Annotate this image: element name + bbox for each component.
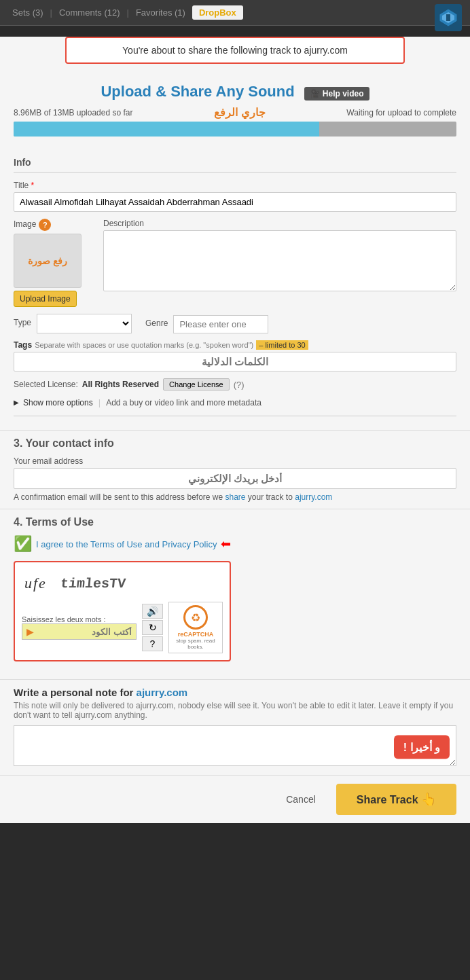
terms-row: ✅ I agree to the Terms of Use and Privac… [14, 535, 456, 553]
image-label: Image [14, 219, 36, 229]
note-textarea[interactable] [14, 725, 456, 766]
info-header: Info [14, 157, 456, 173]
alert-box: You're about to share the following trac… [65, 37, 405, 64]
captcha-word2: timlesTV [60, 576, 126, 592]
saisir-label: Saisissez les deux mots : [22, 615, 137, 623]
captcha-help-btn[interactable]: ? [142, 636, 163, 651]
image-col: Image ? رفع صورة Upload Image [14, 219, 95, 307]
note-header: Write a personal note for ajurry.com [14, 687, 456, 698]
terms-arrow-icon: ⬅ [221, 537, 231, 551]
title-row: Title * [14, 181, 456, 212]
help-video-btn[interactable]: 🎥 Help video [304, 87, 369, 101]
image-help-icon[interactable]: ? [39, 219, 51, 231]
progress-bar [14, 122, 456, 137]
share-track-button[interactable]: Share Track 👆 [336, 784, 456, 815]
main-content: You're about to share the following trac… [0, 37, 470, 823]
upload-title: Upload & Share Any Sound 🎥 Help video [14, 83, 456, 101]
captcha-input[interactable] [37, 627, 132, 637]
desc-col: Description [103, 219, 456, 307]
recaptcha-icon: ♻ [183, 605, 208, 630]
license-label: Selected License: [14, 380, 78, 389]
contact-header: 3. Your contact info [14, 437, 456, 450]
email-input[interactable] [14, 468, 456, 489]
tags-limit: – limited to 30 [256, 340, 308, 350]
show-more-row: ▶ Show more options | Add a buy or video… [14, 397, 456, 416]
captcha-input-area: ▶ [22, 623, 137, 640]
genre-label: Genre [145, 319, 168, 328]
cursor-icon: 👆 [421, 793, 436, 806]
license-value: All Rights Reserved [82, 380, 159, 389]
svg-rect-2 [446, 14, 450, 21]
nav-dropbox[interactable]: DropBox [192, 5, 243, 20]
show-more-desc: Add a buy or video link and more metadat… [106, 398, 261, 407]
recaptcha-subtext: stop spam. read books. [172, 638, 219, 650]
recaptcha-label: reCAPTCHA [178, 631, 214, 638]
tags-hint: Separate with spaces or use quotation ma… [35, 341, 253, 349]
upload-image-btn[interactable]: Upload Image [14, 291, 77, 307]
type-select[interactable] [37, 314, 132, 333]
captcha-input-section: Saisissez les deux mots : ▶ [22, 615, 137, 640]
logo [435, 4, 462, 31]
tags-row: Tags Separate with spaces or use quotati… [14, 340, 456, 371]
tags-label-row: Tags Separate with spaces or use quotati… [14, 340, 456, 350]
progress-bar-fill [14, 122, 319, 137]
arabic-uploading: جاري الرفع [214, 106, 265, 119]
captcha-refresh-btn[interactable]: ↻ [142, 620, 163, 635]
terms-text: I agree to the Terms of Use and Privacy … [36, 539, 217, 549]
type-label: Type [14, 318, 31, 327]
image-upload-area: رفع صورة [14, 234, 82, 288]
license-help-icon[interactable]: (?) [234, 380, 245, 390]
email-label: Your email address [14, 456, 456, 466]
image-label-row: Image ? [14, 219, 95, 231]
note-site-link[interactable]: ajurry.com [137, 687, 188, 698]
share-link[interactable]: share [225, 492, 245, 502]
note-section: Write a personal note for ajurry.com Thi… [0, 679, 470, 775]
contact-section: 3. Your contact info Your email address … [0, 430, 470, 509]
type-genre-row: Type Genre [14, 314, 456, 333]
arabic-finally: ! و أخيرا [394, 735, 450, 759]
checkmark-icon: ✅ [14, 535, 32, 553]
terms-section: 4. Terms of Use ✅ I agree to the Terms o… [0, 509, 470, 679]
confirmation-text: A confirmation email will be sent to thi… [14, 492, 456, 502]
genre-input[interactable] [173, 315, 268, 333]
cancel-button[interactable]: Cancel [272, 784, 329, 815]
required-star: * [31, 181, 35, 190]
type-col: Type [14, 314, 132, 333]
triangle-icon: ▶ [14, 399, 19, 406]
recaptcha-logo: ♻ reCAPTCHA stop spam. read books. [168, 602, 223, 653]
upload-section: Upload & Share Any Sound 🎥 Help video 8.… [0, 75, 470, 150]
license-row: Selected License: All Rights Reserved Ch… [14, 378, 456, 391]
terms-header: 4. Terms of Use [14, 516, 456, 528]
change-license-btn[interactable]: Change License [163, 378, 230, 391]
info-section: Info Title * Image ? رفع صورة [0, 150, 470, 430]
bottom-buttons: Cancel Share Track 👆 [0, 775, 470, 823]
image-arabic-text: رفع صورة [28, 255, 67, 267]
title-input[interactable] [14, 192, 456, 212]
tags-input[interactable] [14, 352, 456, 371]
top-nav: Sets (3) | Comments (12) | Favorites (1)… [0, 0, 470, 26]
logo-icon [435, 4, 462, 31]
genre-col: Genre [145, 315, 268, 333]
captcha-controls: 🔊 ↻ ? [142, 604, 163, 651]
image-desc-row: Image ? رفع صورة Upload Image Descriptio… [14, 219, 456, 307]
note-textarea-container: ! و أخيرا [14, 725, 456, 768]
nav-comments[interactable]: Comments (12) [55, 5, 124, 20]
progress-area: 8.96MB of 13MB uploaded so far جاري الرف… [14, 106, 456, 137]
tags-label: Tags [14, 340, 32, 350]
title-label: Title * [14, 181, 456, 190]
captcha-arrow-icon: ▶ [26, 626, 34, 637]
captcha-bottom: Saisissez les deux mots : ▶ 🔊 ↻ ? ♻ reCA [22, 602, 223, 653]
desc-textarea[interactable] [103, 230, 456, 291]
captcha-words: ufe timlesTV [22, 569, 223, 598]
note-desc: This note will only be delivered to ajur… [14, 701, 456, 720]
progress-info: 8.96MB of 13MB uploaded so far جاري الرف… [14, 106, 456, 119]
captcha-word1: ufe [24, 575, 47, 592]
desc-label: Description [103, 219, 456, 228]
site-link[interactable]: ajurry.com [295, 492, 332, 502]
nav-favorites[interactable]: Favorites (1) [132, 5, 189, 20]
nav-sets[interactable]: Sets (3) [8, 5, 48, 20]
show-more-link[interactable]: Show more options [23, 398, 93, 407]
captcha-area: ufe timlesTV Saisissez les deux mots : ▶… [14, 561, 231, 661]
captcha-audio-btn[interactable]: 🔊 [142, 604, 163, 619]
